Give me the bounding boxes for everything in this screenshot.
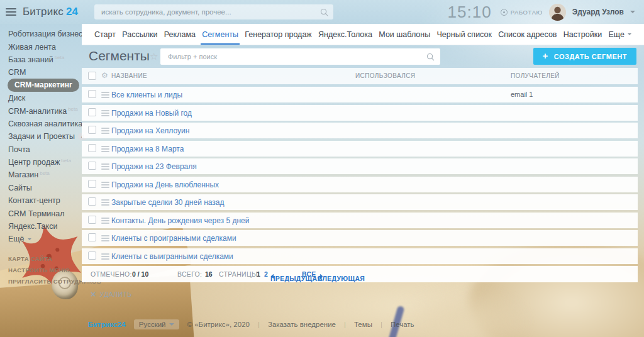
tab-9[interactable]: Настройки: [564, 24, 602, 45]
row-menu-icon[interactable]: [101, 92, 109, 98]
page-number-current[interactable]: 1: [257, 270, 260, 278]
gear-icon[interactable]: ⚙: [101, 71, 108, 80]
row-menu-icon[interactable]: [101, 182, 109, 188]
row-menu-icon[interactable]: [101, 199, 109, 206]
row-menu-icon[interactable]: [101, 128, 109, 134]
sidebar-item-14[interactable]: CRM Терминал: [0, 207, 82, 219]
sidebar-item-12[interactable]: Сайты: [0, 182, 82, 194]
tab-10[interactable]: Еще: [609, 24, 631, 45]
global-search-input[interactable]: [94, 4, 333, 19]
chevron-down-icon[interactable]: [630, 11, 635, 16]
sidebar-item-6[interactable]: CRM-аналитикаbeta: [0, 104, 82, 117]
page-number-link[interactable]: 2: [264, 270, 268, 278]
tab-0[interactable]: Старт: [94, 24, 116, 45]
row-checkbox[interactable]: [88, 233, 96, 241]
logo-text: Битрикс: [23, 6, 64, 18]
avatar[interactable]: [549, 4, 566, 21]
tab-1[interactable]: Рассылки: [122, 24, 157, 45]
segment-name-link[interactable]: Продажи на 8 Марта: [111, 145, 184, 153]
sidebar-item-label: Диск: [8, 94, 25, 102]
sidebar-item-label: База знаний: [8, 55, 53, 64]
segment-name-link[interactable]: Закрытые сделки 30 дней назад: [111, 198, 225, 207]
sidebar-item-5[interactable]: Диск: [0, 92, 82, 104]
sidebar-item-label: Магазин: [8, 170, 38, 179]
filter-search-input[interactable]: [160, 48, 440, 65]
sidebar-footer-link-1[interactable]: НАСТРОИТЬ МЕНЮ: [0, 265, 82, 276]
row-checkbox[interactable]: [88, 144, 96, 152]
bitrix24-logo[interactable]: Битрикс24: [23, 6, 78, 18]
row-checkbox[interactable]: [88, 197, 96, 206]
sidebar-item-8[interactable]: Задачи и Проекты4: [0, 130, 82, 143]
footer-link-0[interactable]: Заказать внедрение: [268, 321, 336, 328]
segment-name-link[interactable]: Контакты. День рождения через 5 дней: [111, 216, 249, 225]
favorite-star-icon[interactable]: ☆: [150, 51, 158, 62]
sidebar-item-2[interactable]: База знанийbeta: [0, 53, 82, 66]
logo-accent: 24: [66, 6, 78, 18]
row-checkbox[interactable]: [88, 251, 96, 260]
sidebar-item-13[interactable]: Контакт-центр: [0, 194, 82, 207]
tab-3[interactable]: Сегменты: [202, 24, 238, 45]
sidebar-item-10[interactable]: Центр продажbeta: [0, 156, 82, 168]
delete-button[interactable]: × УДАЛИТЬ: [91, 290, 132, 298]
segment-name-link[interactable]: Все клиенты и лиды: [111, 91, 182, 99]
footer-link-1[interactable]: Темы: [354, 321, 372, 328]
top-bar: Битрикс24 15:10 РАБОТАЮ Эдуард Узлов: [0, 0, 644, 24]
sidebar-item-4[interactable]: CRM-маркетинг: [0, 79, 82, 92]
user-name[interactable]: Эдуард Узлов: [572, 8, 624, 16]
column-header-name[interactable]: НАЗВАНИЕ: [111, 72, 147, 79]
tab-7[interactable]: Черный список: [437, 24, 492, 45]
work-time-clock[interactable]: 15:10: [448, 3, 492, 22]
sidebar-item-16[interactable]: Ещё: [0, 233, 82, 245]
column-header-used[interactable]: ИСПОЛЬЗОВАЛСЯ: [355, 72, 415, 79]
sidebar-item-label: Роботизация бизнес...: [8, 30, 89, 38]
sidebar-item-label: CRM: [8, 68, 26, 77]
footer-link-2[interactable]: Печать: [391, 321, 414, 328]
tab-5[interactable]: Яндекс.Толока: [318, 24, 372, 45]
language-selector[interactable]: Русский: [134, 319, 179, 329]
all-pages-link[interactable]: ВСЕ: [302, 270, 316, 278]
sidebar-item-11[interactable]: Магазинbeta: [0, 168, 82, 181]
tab-2[interactable]: Реклама: [164, 24, 196, 45]
row-checkbox[interactable]: [88, 180, 96, 188]
segment-name-link[interactable]: Клиенты с выигранными сделками: [111, 252, 233, 261]
work-status[interactable]: РАБОТАЮ: [501, 9, 543, 16]
table-row: Продажи на Хеллоуин: [82, 123, 638, 138]
main-menu-icon[interactable]: [6, 8, 16, 16]
row-menu-icon[interactable]: [101, 163, 109, 170]
row-menu-icon[interactable]: [101, 146, 109, 152]
row-checkbox[interactable]: [88, 126, 96, 134]
sidebar-item-9[interactable]: Почта: [0, 143, 82, 156]
row-checkbox[interactable]: [88, 90, 96, 98]
row-checkbox[interactable]: [88, 108, 96, 116]
row-menu-icon[interactable]: [101, 235, 109, 241]
sidebar-item-3[interactable]: CRM: [0, 66, 82, 79]
tab-4[interactable]: Генератор продаж: [245, 24, 311, 45]
create-segment-label: СОЗДАТЬ СЕГМЕНТ: [554, 53, 627, 60]
row-menu-icon[interactable]: [101, 110, 109, 116]
sidebar-item-label: Сквозная аналитика: [8, 119, 82, 128]
row-checkbox[interactable]: [88, 162, 96, 170]
sidebar-item-0[interactable]: Роботизация бизнес...beta: [0, 28, 82, 40]
column-header-recipients[interactable]: ПОЛУЧАТЕЛЕЙ: [511, 72, 560, 79]
sidebar-footer-link-2[interactable]: ПРИГЛАСИТЬ СОТРУДНИКОВ: [0, 276, 82, 287]
segment-name-link[interactable]: Продажи на 23 Февраля: [111, 162, 197, 171]
tab-label: Настройки: [564, 30, 602, 39]
row-menu-icon[interactable]: [101, 218, 109, 224]
create-segment-button[interactable]: + СОЗДАТЬ СЕГМЕНТ: [533, 48, 636, 65]
sidebar-item-1[interactable]: Живая лента: [0, 40, 82, 53]
sidebar-item-7[interactable]: Сквозная аналитика: [0, 118, 82, 130]
footer-logo[interactable]: Битрикс24: [88, 321, 126, 328]
tab-6[interactable]: Мои шаблоны: [379, 24, 430, 45]
segment-name-link[interactable]: Продажи на Новый год: [111, 109, 192, 118]
row-checkbox[interactable]: [88, 216, 96, 224]
row-menu-icon[interactable]: [101, 253, 109, 260]
select-all-checkbox[interactable]: [88, 72, 96, 80]
delete-label: УДАЛИТЬ: [100, 290, 132, 298]
segment-name-link[interactable]: Продажи на День влюбленных: [111, 180, 219, 189]
segment-name-link[interactable]: Клиенты с проигранными сделками: [111, 234, 236, 243]
segment-name-link[interactable]: Продажи на Хеллоуин: [111, 126, 189, 135]
sidebar-footer-link-0[interactable]: КАРТА САЙТА: [0, 253, 82, 265]
table-row: Контакты. День рождения через 5 дней: [82, 213, 638, 228]
tab-8[interactable]: Список адресов: [498, 24, 557, 45]
sidebar-item-15[interactable]: Яндекс.Такси: [0, 220, 82, 233]
